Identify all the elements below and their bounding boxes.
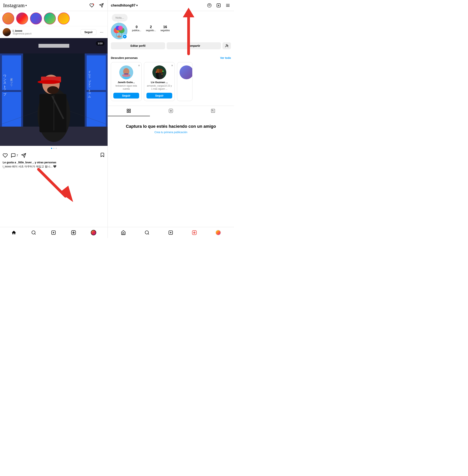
comment-button[interactable]: 7 xyxy=(11,153,18,158)
discover-card-2: × Liv Guzman ... xyxy=(144,62,175,101)
follow-button-2[interactable]: Seguir xyxy=(146,93,172,99)
stat-followers-count: 16 xyxy=(163,25,167,29)
svg-rect-73 xyxy=(129,111,131,113)
dismiss-card-1[interactable]: × xyxy=(138,64,140,67)
more-options-button[interactable]: ⋯ xyxy=(98,29,105,35)
nav-home-button-right[interactable] xyxy=(121,230,126,235)
tab-reels[interactable] xyxy=(150,106,192,116)
right-header: chendhitong97 ▾ xyxy=(108,0,234,11)
nav-search-button-left[interactable] xyxy=(31,230,36,235)
svg-rect-7 xyxy=(2,92,21,127)
svg-rect-10 xyxy=(87,92,106,127)
nav-add-button-left[interactable] xyxy=(51,230,56,235)
left-panel: Instagram ▾ xyxy=(0,0,108,238)
discover-card-3 xyxy=(177,62,192,101)
svg-rect-24 xyxy=(39,94,66,132)
story-item-2[interactable] xyxy=(16,13,28,24)
svg-line-30 xyxy=(35,233,36,234)
story-item-5[interactable] xyxy=(58,13,70,24)
nav-search-button-right[interactable] xyxy=(145,230,149,235)
instagram-logo: Instagram ▾ xyxy=(3,2,27,8)
discover-name-2: Liv Guzman ... xyxy=(146,81,172,84)
share-button[interactable] xyxy=(21,153,26,158)
discover-desc-1: leskawrzn sigue esta cuenta xyxy=(113,85,139,90)
bookmark-button[interactable] xyxy=(100,152,105,159)
avatar-add-icon[interactable]: + xyxy=(122,34,127,39)
svg-point-68 xyxy=(162,71,163,72)
heart-icon[interactable] xyxy=(89,2,95,8)
svg-point-61 xyxy=(122,74,131,77)
tab-grid[interactable] xyxy=(108,106,150,116)
comment-count: 7 xyxy=(16,154,18,157)
left-bottom-nav xyxy=(0,227,108,238)
svg-rect-70 xyxy=(127,109,128,110)
like-button[interactable] xyxy=(3,153,8,158)
right-bottom-nav xyxy=(108,227,234,238)
content-tabs xyxy=(108,106,234,116)
story-item-1[interactable] xyxy=(2,13,14,24)
nav-profile-button-left[interactable] xyxy=(91,230,96,235)
share-profile-button[interactable]: Compartir xyxy=(167,42,221,49)
discover-section: Descubre personas Ver todo × xyxy=(108,56,234,104)
story-item-3[interactable] xyxy=(30,13,42,24)
svg-text:ワンストップ: ワンストップ xyxy=(3,73,7,96)
svg-rect-77 xyxy=(211,109,215,113)
post-actions: 7 xyxy=(0,151,108,160)
story-item-4[interactable] xyxy=(44,13,56,24)
nav-profile-avatar-right xyxy=(216,230,221,235)
instagram-chevron[interactable]: ▾ xyxy=(25,4,27,7)
svg-point-49 xyxy=(118,26,123,30)
discover-desc-2: armando_vargas10 23 y 1 más siguen ... xyxy=(146,85,172,90)
profile-username[interactable]: chendhitong97 xyxy=(111,3,135,8)
discover-avatar-2[interactable] xyxy=(152,65,166,79)
nav-reels-button-right[interactable] xyxy=(192,230,197,235)
threads-icon[interactable] xyxy=(206,2,212,8)
profile-avatar-container: + xyxy=(111,23,127,39)
right-header-icons xyxy=(206,2,231,8)
follow-button-1[interactable]: Seguir xyxy=(113,93,139,99)
svg-point-37 xyxy=(207,3,211,7)
discover-avatar-1[interactable] xyxy=(119,65,133,79)
discover-avatar-3[interactable] xyxy=(179,65,192,79)
create-publication-link[interactable]: Crea tu primera publicación xyxy=(154,131,187,134)
post-header: i_ioooo Sugerencia para ti Seguir ⋯ xyxy=(0,26,108,38)
dot-3 xyxy=(56,148,57,149)
nav-home-button-left[interactable] xyxy=(11,230,16,235)
edit-profile-button[interactable]: Editar perfil xyxy=(111,42,165,49)
nota-placeholder[interactable]: Nota... xyxy=(116,16,124,19)
post-username[interactable]: i_ioooo xyxy=(13,29,79,32)
nav-profile-button-right[interactable] xyxy=(216,230,221,235)
post-user-info: i_ioooo Sugerencia para ti xyxy=(13,29,79,35)
ver-todo-link[interactable]: Ver todo xyxy=(220,56,231,59)
send-icon[interactable] xyxy=(98,2,104,8)
svg-point-29 xyxy=(32,231,35,234)
svg-point-86 xyxy=(194,232,195,233)
stat-publications-count: 0 xyxy=(136,25,138,29)
add-content-icon[interactable] xyxy=(216,2,222,8)
nav-reels-button-left[interactable] xyxy=(71,230,76,235)
svg-rect-71 xyxy=(129,109,131,110)
nav-profile-avatar-left xyxy=(91,230,96,235)
stat-publications[interactable]: 0 publica... xyxy=(132,25,141,32)
svg-rect-12 xyxy=(39,44,69,48)
hamburger-menu-icon[interactable] xyxy=(225,2,231,8)
post-dots xyxy=(0,146,108,151)
stat-followers[interactable]: 16 seguidos xyxy=(161,25,170,32)
svg-point-67 xyxy=(156,72,157,73)
dot-1 xyxy=(51,148,52,149)
nav-add-button-right[interactable] xyxy=(168,230,173,235)
username-chevron[interactable]: ▾ xyxy=(136,4,138,7)
tab-tagged[interactable] xyxy=(192,106,234,116)
left-header-icons xyxy=(89,2,104,8)
svg-point-53 xyxy=(117,35,121,38)
stat-following[interactable]: 2 seguido... xyxy=(146,25,156,32)
post-avatar[interactable] xyxy=(3,28,11,36)
stat-following-label: seguido... xyxy=(146,29,156,32)
left-header: Instagram ▾ xyxy=(0,0,108,11)
follow-button[interactable]: Seguir xyxy=(81,29,96,35)
dismiss-card-2[interactable]: × xyxy=(171,64,173,67)
post-caption: i_ioooo 레더 셔츠 아우터가 재입고 됩니... 🖤 xyxy=(0,164,108,170)
right-panel: chendhitong97 ▾ xyxy=(108,0,234,238)
add-friend-button[interactable] xyxy=(222,42,231,49)
svg-point-79 xyxy=(145,231,148,234)
